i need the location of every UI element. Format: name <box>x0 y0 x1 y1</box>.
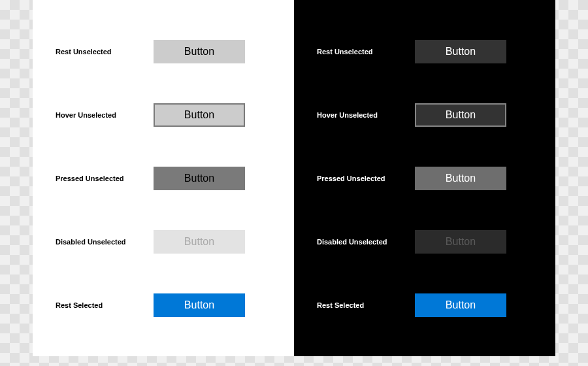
button-disabled-unselected-dark: Button <box>415 230 506 254</box>
row-rest-unselected: Rest Unselected Button <box>56 40 281 63</box>
row-disabled-unselected-dark: Disabled Unselected Button <box>317 230 542 254</box>
row-pressed-unselected-dark: Pressed Unselected Button <box>317 167 542 190</box>
row-pressed-unselected: Pressed Unselected Button <box>56 167 281 190</box>
label-rest-selected-dark: Rest Selected <box>317 301 415 309</box>
row-hover-unselected: Hover Unselected Button <box>56 103 281 127</box>
button-hover-unselected-light[interactable]: Button <box>154 103 245 127</box>
button-pressed-unselected-light[interactable]: Button <box>154 167 245 190</box>
row-rest-selected-dark: Rest Selected Button <box>317 293 542 317</box>
label-rest-unselected-dark: Rest Unselected <box>317 48 415 56</box>
label-rest-selected: Rest Selected <box>56 301 154 309</box>
label-rest-unselected: Rest Unselected <box>56 48 154 56</box>
button-states-showcase: Rest Unselected Button Hover Unselected … <box>33 0 555 356</box>
label-hover-unselected-dark: Hover Unselected <box>317 111 415 119</box>
label-pressed-unselected: Pressed Unselected <box>56 175 154 182</box>
button-rest-unselected-light[interactable]: Button <box>154 40 245 63</box>
label-pressed-unselected-dark: Pressed Unselected <box>317 175 415 182</box>
label-disabled-unselected: Disabled Unselected <box>56 238 154 246</box>
light-theme-panel: Rest Unselected Button Hover Unselected … <box>33 0 294 356</box>
row-rest-selected: Rest Selected Button <box>56 293 281 317</box>
label-disabled-unselected-dark: Disabled Unselected <box>317 238 415 246</box>
dark-theme-panel: Rest Unselected Button Hover Unselected … <box>294 0 555 356</box>
button-rest-selected-light[interactable]: Button <box>154 293 245 317</box>
row-rest-unselected-dark: Rest Unselected Button <box>317 40 542 63</box>
button-pressed-unselected-dark[interactable]: Button <box>415 167 506 190</box>
row-disabled-unselected: Disabled Unselected Button <box>56 230 281 254</box>
row-hover-unselected-dark: Hover Unselected Button <box>317 103 542 127</box>
button-disabled-unselected-light: Button <box>154 230 245 254</box>
button-hover-unselected-dark[interactable]: Button <box>415 103 506 127</box>
button-rest-selected-dark[interactable]: Button <box>415 293 506 317</box>
label-hover-unselected: Hover Unselected <box>56 111 154 119</box>
button-rest-unselected-dark[interactable]: Button <box>415 40 506 63</box>
